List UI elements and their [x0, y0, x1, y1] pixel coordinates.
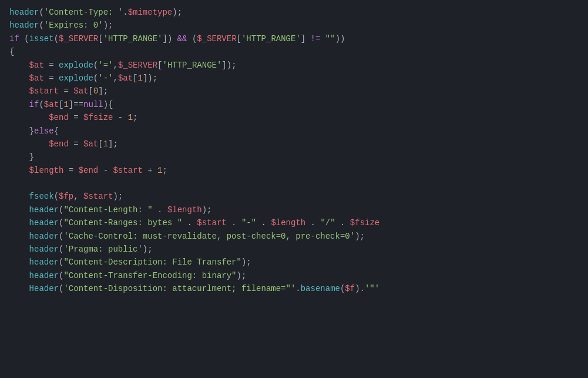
code-line-17: header("Content-Ranges: bytes " . $start…: [9, 216, 579, 229]
code-line-1: header('Content-Type: '.$mimetype);: [9, 6, 579, 19]
code-line-15: fseek($fp, $start);: [9, 190, 579, 203]
code-line-6: $at = explode('-',$at[1]);: [9, 72, 579, 85]
code-line-8: if($at[1]==null){: [9, 98, 579, 111]
code-line-12: }: [9, 150, 579, 163]
code-line-20: header("Content-Description: File Transf…: [9, 256, 579, 269]
code-line-4: {: [9, 45, 579, 58]
code-line-14: [9, 177, 579, 190]
code-line-21: header("Content-Transfer-Encoding: binar…: [9, 269, 579, 282]
code-line-18: header('Cache-Control: must-revalidate, …: [9, 230, 579, 243]
code-line-9: $end = $fsize - 1;: [9, 111, 579, 124]
code-line-3: if (isset($_SERVER['HTTP_RANGE']) && ($_…: [9, 32, 579, 45]
code-line-7: $start = $at[0];: [9, 85, 579, 98]
code-editor: header('Content-Type: '.$mimetype); head…: [0, 0, 588, 378]
code-line-5: $at = explode('=',$_SERVER['HTTP_RANGE']…: [9, 59, 579, 72]
code-line-13: $length = $end - $start + 1;: [9, 164, 579, 177]
code-line-22: Header('Content-Disposition: attacurlmen…: [9, 282, 579, 295]
code-line-10: }else{: [9, 125, 579, 138]
code-line-11: $end = $at[1];: [9, 138, 579, 150]
code-line-16: header("Content-Length: " . $length);: [9, 203, 579, 216]
code-line-2: header('Expires: 0');: [9, 19, 579, 32]
code-line-19: header('Pragma: public');: [9, 243, 579, 256]
